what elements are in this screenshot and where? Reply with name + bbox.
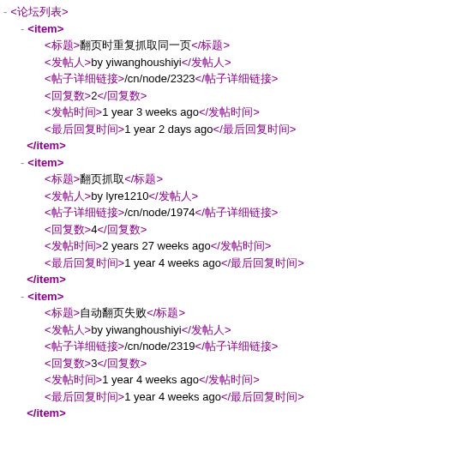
xml-text: 自动翻页失败 xyxy=(80,306,147,319)
xml-tag: <item> xyxy=(27,22,63,35)
xml-close-tag: </最后回复时间> xyxy=(213,123,297,136)
xml-tag: <回复数> xyxy=(45,89,91,102)
field-poster-0: <发帖人>by yiwanghoushiyi</发帖人> xyxy=(3,54,453,71)
xml-close-tag: </标题> xyxy=(191,39,230,51)
field-link-2: <帖子详细链接>/cn/node/2319</帖子详细链接> xyxy=(3,338,453,355)
xml-text: by yiwanghoushiyi xyxy=(91,323,182,336)
xml-text: /cn/node/1974 xyxy=(124,206,195,219)
xml-tag: <最后回复时间> xyxy=(45,256,124,269)
xml-tag: <论坛列表> xyxy=(10,5,68,18)
xml-tree-view: -<论坛列表>-<item><标题>翻页时重复抓取同一页</标题><发帖人>by… xyxy=(3,3,453,422)
field-link-0: <帖子详细链接>/cn/node/2323</帖子详细链接> xyxy=(3,70,453,87)
field-posted-2: <发帖时间>1 year 4 weeks ago</发帖时间> xyxy=(3,371,453,389)
xml-tag: <帖子详细链接> xyxy=(45,206,124,219)
xml-text: 1 year 4 weeks ago xyxy=(102,373,199,386)
item-close-0: </item> xyxy=(3,137,453,154)
xml-close-tag: </最后回复时间> xyxy=(221,256,304,269)
xml-close-tag: </帖子详细链接> xyxy=(195,340,279,352)
item-open-0: -<item> xyxy=(3,21,453,38)
xml-close-tag: </帖子详细链接> xyxy=(195,72,279,85)
xml-text: /cn/node/2319 xyxy=(124,340,195,352)
xml-tag: <标题> xyxy=(45,306,80,319)
item-close-1: </item> xyxy=(3,271,453,288)
xml-close-tag: </标题> xyxy=(147,306,185,319)
xml-close-tag: </item> xyxy=(27,139,66,152)
xml-text: 翻页时重复抓取同一页 xyxy=(80,39,191,51)
xml-close-tag: </标题> xyxy=(124,172,163,185)
xml-close-tag: </发帖时间> xyxy=(199,373,260,386)
xml-tag: <发帖时间> xyxy=(45,105,102,118)
field-replies-2: <回复数>3</回复数> xyxy=(3,355,453,372)
field-title-1: <标题>翻页抓取</标题> xyxy=(3,171,453,188)
field-posted-1: <发帖时间>2 years 27 weeks ago</发帖时间> xyxy=(3,238,453,255)
field-title-2: <标题>自动翻页失败</标题> xyxy=(3,304,453,322)
xml-tag: <帖子详细链接> xyxy=(45,340,124,352)
xml-close-tag: </item> xyxy=(27,273,66,286)
xml-close-tag: </发帖时间> xyxy=(199,105,260,118)
xml-text: 1 year 4 weeks ago xyxy=(124,256,221,269)
xml-close-tag: </发帖人> xyxy=(148,190,198,202)
xml-close-tag: </回复数> xyxy=(97,223,147,236)
xml-tag: <发帖人> xyxy=(45,56,91,69)
item-open-2: -<item> xyxy=(3,288,453,305)
xml-close-tag: </发帖人> xyxy=(182,323,231,336)
xml-tag: <发帖人> xyxy=(45,323,91,336)
xml-tag: <发帖时间> xyxy=(45,239,102,252)
root-open: -<论坛列表> xyxy=(3,3,453,21)
xml-text: 1 year 3 weeks ago xyxy=(102,105,199,118)
xml-close-tag: </发帖人> xyxy=(182,56,231,69)
xml-tag: <标题> xyxy=(45,39,80,51)
xml-close-tag: </帖子详细链接> xyxy=(195,206,279,219)
field-poster-2: <发帖人>by yiwanghoushiyi</发帖人> xyxy=(3,322,453,339)
xml-close-tag: </回复数> xyxy=(97,89,147,102)
xml-text: /cn/node/2323 xyxy=(124,72,195,85)
xml-tag: <标题> xyxy=(45,172,80,185)
xml-tag: <帖子详细链接> xyxy=(45,72,124,85)
field-replies-0: <回复数>2</回复数> xyxy=(3,87,453,105)
field-posted-0: <发帖时间>1 year 3 weeks ago</发帖时间> xyxy=(3,104,453,121)
field-title-0: <标题>翻页时重复抓取同一页</标题> xyxy=(3,37,453,54)
xml-close-tag: </item> xyxy=(27,407,66,419)
xml-tag: <发帖时间> xyxy=(45,373,102,386)
xml-tag: <回复数> xyxy=(45,357,91,370)
xml-tag: <item> xyxy=(27,156,63,169)
xml-tag: <发帖人> xyxy=(45,190,91,202)
xml-close-tag: </发帖时间> xyxy=(211,239,272,252)
field-link-1: <帖子详细链接>/cn/node/1974</帖子详细链接> xyxy=(3,204,453,221)
field-replies-1: <回复数>4</回复数> xyxy=(3,221,453,238)
xml-tag: <最后回复时间> xyxy=(45,123,124,136)
xml-close-tag: </最后回复时间> xyxy=(221,390,304,403)
xml-text: 1 year 2 days ago xyxy=(124,123,213,136)
field-lastreply-2: <最后回复时间>1 year 4 weeks ago</最后回复时间> xyxy=(3,389,453,406)
xml-text: 1 year 4 weeks ago xyxy=(124,390,221,403)
field-poster-1: <发帖人>by lyre1210</发帖人> xyxy=(3,188,453,205)
xml-tag: <最后回复时间> xyxy=(45,390,124,403)
xml-text: by yiwanghoushiyi xyxy=(91,56,182,69)
xml-tag: <item> xyxy=(27,290,63,303)
item-close-2: </item> xyxy=(3,405,453,422)
field-lastreply-1: <最后回复时间>1 year 4 weeks ago</最后回复时间> xyxy=(3,255,453,272)
field-lastreply-0: <最后回复时间>1 year 2 days ago</最后回复时间> xyxy=(3,121,453,138)
item-open-1: -<item> xyxy=(3,154,453,172)
xml-text: 翻页抓取 xyxy=(80,172,124,185)
xml-text: 2 years 27 weeks ago xyxy=(102,239,210,252)
xml-text: by lyre1210 xyxy=(91,190,148,202)
xml-tag: <回复数> xyxy=(45,223,91,236)
xml-close-tag: </回复数> xyxy=(97,357,147,370)
